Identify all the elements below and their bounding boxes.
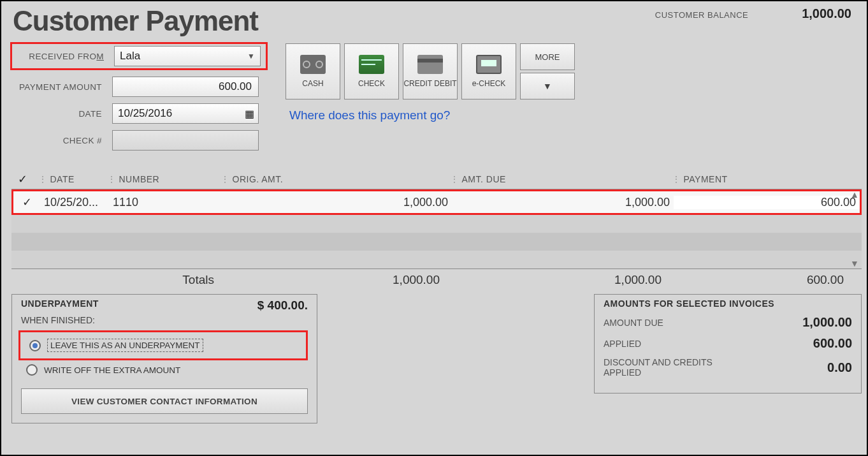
more-dropdown-button[interactable]: ▼ — [520, 73, 575, 99]
leave-underpayment-label: LEAVE THIS AS AN UNDERPAYMENT — [47, 339, 203, 352]
check-column-icon: ✓ — [18, 173, 28, 186]
radio-icon — [26, 364, 38, 376]
received-from-value: Lala — [120, 50, 140, 63]
underpayment-panel: UNDERPAYMENT $ 400.00. WHEN FINISHED: LE… — [11, 294, 317, 423]
totals-pay: 600.00 — [672, 273, 862, 287]
row-date: 10/25/20... — [40, 196, 109, 209]
customer-balance-label: CUSTOMER BALANCE — [655, 10, 748, 20]
date-input[interactable]: 10/25/2016 ▦ — [112, 103, 259, 124]
check-button[interactable]: CHECK — [344, 43, 399, 99]
check-number-label: CHECK # — [13, 136, 112, 145]
chevron-down-icon: ▼ — [247, 52, 255, 61]
cash-icon — [300, 55, 326, 74]
echeck-icon — [476, 55, 502, 74]
credit-card-icon — [417, 55, 443, 74]
row-amt-due: 1,000.00 — [452, 196, 674, 209]
amount-due-value: 1,000.00 — [802, 315, 852, 330]
when-finished-label: WHEN FINISHED: — [21, 315, 308, 325]
customer-balance-value: 1,000.00 — [802, 6, 851, 21]
invoice-table-header: ✓ ⋮DATE ⋮NUMBER ⋮ORIG. AMT. ⋮AMT. DUE ⋮P… — [11, 172, 862, 189]
date-value: 10/25/2016 — [118, 107, 172, 120]
scroll-down-icon[interactable]: ▼ — [850, 258, 859, 268]
discount-credits-value: 0.00 — [827, 360, 852, 375]
more-button[interactable]: MORE — [520, 43, 575, 70]
payment-amount-input[interactable] — [112, 77, 259, 97]
received-from-row: RECEIVED FROM Lala ▼ — [10, 42, 268, 70]
row-number: 1110 — [109, 196, 222, 209]
radio-icon — [29, 340, 41, 351]
payment-amount-label: PAYMENT AMOUNT — [13, 82, 112, 92]
page-title: Customer Payment — [13, 5, 258, 37]
amount-due-label: AMOUNT DUE — [604, 318, 663, 328]
row-payment[interactable]: 600.00 — [674, 196, 860, 209]
amounts-summary-panel: AMOUNTS FOR SELECTED INVOICES AMOUNT DUE… — [594, 294, 862, 393]
totals-label: Totals — [11, 273, 221, 287]
totals-row: Totals 1,000.00 1,000.00 600.00 — [11, 268, 862, 290]
payment-destination-link[interactable]: Where does this payment go? — [289, 108, 575, 122]
check-icon — [359, 55, 384, 74]
applied-value: 600.00 — [813, 336, 852, 351]
totals-orig: 1,000.00 — [221, 273, 450, 287]
write-off-radio[interactable]: WRITE OFF THE EXTRA AMOUNT — [26, 364, 308, 376]
empty-rows — [11, 215, 862, 268]
echeck-button[interactable]: e-CHECK — [461, 43, 516, 99]
row-orig-amt: 1,000.00 — [222, 196, 452, 209]
date-label: DATE — [13, 109, 112, 119]
totals-due: 1,000.00 — [450, 273, 672, 287]
summary-title: AMOUNTS FOR SELECTED INVOICES — [604, 298, 852, 309]
check-number-input[interactable] — [112, 130, 259, 151]
write-off-label: WRITE OFF THE EXTRA AMOUNT — [44, 365, 180, 375]
underpayment-title: UNDERPAYMENT — [21, 298, 99, 309]
cash-button[interactable]: CASH — [286, 43, 340, 99]
received-from-select[interactable]: Lala ▼ — [114, 46, 261, 66]
table-row[interactable]: ✓ 10/25/20... 1110 1,000.00 1,000.00 600… — [11, 189, 862, 215]
scroll-up-icon[interactable]: ▲ — [850, 189, 859, 200]
calendar-icon[interactable]: ▦ — [245, 108, 254, 120]
row-check-icon[interactable]: ✓ — [13, 195, 40, 209]
chevron-down-icon: ▼ — [543, 81, 552, 91]
credit-debit-button[interactable]: CREDIT DEBIT — [403, 43, 458, 99]
applied-label: APPLIED — [604, 339, 641, 349]
leave-underpayment-radio[interactable]: LEAVE THIS AS AN UNDERPAYMENT — [29, 339, 302, 352]
view-contact-info-button[interactable]: VIEW CUSTOMER CONTACT INFORMATION — [21, 388, 308, 414]
received-from-label: RECEIVED FROM — [15, 52, 114, 61]
underpayment-amount: $ 400.00. — [257, 298, 308, 313]
discount-credits-label: DISCOUNT AND CREDITS APPLIED — [604, 357, 744, 378]
